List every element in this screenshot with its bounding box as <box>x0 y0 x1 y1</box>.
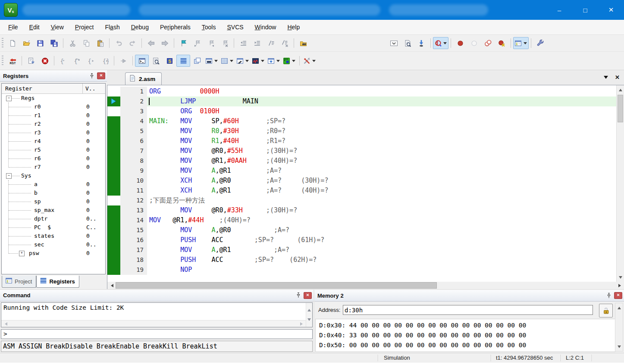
scroll-left-icon[interactable] <box>107 282 115 289</box>
save-all-button[interactable] <box>47 37 61 49</box>
close-panel-icon[interactable]: ✕ <box>614 292 622 299</box>
code-line-11[interactable]: 11 XCH A,@R1 ;A=? (40H)=? <box>107 186 616 196</box>
hscroll-thumb[interactable] <box>116 282 437 289</box>
register-row-r2[interactable]: r20 <box>2 120 105 128</box>
pin-icon[interactable] <box>295 292 302 299</box>
save-button[interactable] <box>33 37 47 49</box>
column-value[interactable]: V.. <box>83 84 105 93</box>
register-group-sys[interactable]: −Sys <box>2 171 105 180</box>
code-line-16[interactable]: 16 PUSH ACC ;SP=? (61H)=? <box>107 235 616 245</box>
register-row-sp[interactable]: sp0 <box>2 197 105 206</box>
scroll-up-icon[interactable] <box>617 85 624 93</box>
register-group-regs[interactable]: −Regs <box>2 94 105 103</box>
menu-tools[interactable]: Tools <box>196 20 222 34</box>
run-button[interactable] <box>24 55 38 67</box>
register-row-dptr[interactable]: dptr0.. <box>2 215 105 223</box>
register-row-a[interactable]: a0 <box>2 180 105 189</box>
search-folder-button[interactable] <box>296 37 310 49</box>
bookmark-prev-button[interactable] <box>190 37 204 49</box>
memory-row[interactable]: D:0x30: 44 00 00 00 00 00 00 00 00 00 00… <box>319 320 615 330</box>
serial-window-button[interactable] <box>235 55 251 67</box>
tab-registers[interactable]: Registers <box>36 276 79 288</box>
dropdown-caret-icon[interactable] <box>524 42 527 46</box>
close-panel-icon[interactable]: ✕ <box>97 72 105 79</box>
dropdown-caret-icon[interactable] <box>261 60 264 64</box>
bookmark-next-button[interactable] <box>204 37 218 49</box>
menu-edit[interactable]: Edit <box>24 20 45 34</box>
code-line-9[interactable]: 9 MOV A,@R1 ;A=? <box>107 166 616 176</box>
code-line-6[interactable]: 6 MOV R1,#40H ;R1=? <box>107 136 616 146</box>
code-line-13[interactable]: 13 MOV @R0,#33H ;(30H)=? <box>107 205 616 215</box>
select-target-button[interactable] <box>387 37 401 49</box>
command-input[interactable]: > <box>1 329 313 339</box>
column-register[interactable]: Register <box>2 84 83 93</box>
register-row-r3[interactable]: r30 <box>2 128 105 137</box>
bp-disable-all-button[interactable] <box>481 37 495 49</box>
register-row-r0[interactable]: r00 <box>2 103 105 111</box>
memory-vertical-scrollbar[interactable] <box>615 303 623 352</box>
bp-enable-button[interactable] <box>467 37 481 49</box>
step-out-button[interactable]: { } <box>84 55 98 67</box>
toolbar-grip[interactable] <box>2 38 3 48</box>
minimize-button[interactable]: – <box>546 0 572 20</box>
run-to-cursor-button[interactable]: {} <box>98 55 112 67</box>
scroll-down-icon[interactable] <box>615 344 623 351</box>
tab-project[interactable]: Project <box>2 276 36 288</box>
pin-icon[interactable] <box>605 292 612 299</box>
register-row-r6[interactable]: r60 <box>2 154 105 163</box>
code-line-15[interactable]: 15 MOV A,@R0 ;A=? <box>107 225 616 235</box>
call-stack-window-button[interactable] <box>190 55 204 67</box>
code-line-7[interactable]: 7 MOV @R0,#55H ;(30H)=? <box>107 146 616 156</box>
memory-row[interactable]: D:0x40: 33 00 00 00 00 00 00 00 00 00 00… <box>319 330 615 340</box>
project-window-button[interactable] <box>513 37 529 49</box>
dropdown-caret-icon[interactable] <box>245 60 249 64</box>
code-editor[interactable]: 1ORG 0000H2 LJMP MAIN3 ORG 0100H4MAIN: M… <box>107 85 616 282</box>
configure-wrench-button[interactable] <box>533 37 547 49</box>
code-line-17[interactable]: 17 MOV A,@R1 ;A=? <box>107 245 616 255</box>
lock-button[interactable] <box>599 304 613 317</box>
register-row-r4[interactable]: r40 <box>2 137 105 146</box>
command-window-button[interactable] <box>135 55 149 67</box>
register-row-states[interactable]: states0 <box>2 232 105 240</box>
scroll-left-icon[interactable] <box>1 320 9 327</box>
copy-button[interactable] <box>79 37 93 49</box>
register-row-b[interactable]: b0 <box>2 189 105 197</box>
memory-row[interactable]: D:0x50: 00 00 00 00 00 00 00 00 00 00 00… <box>319 340 615 350</box>
dropdown-caret-icon[interactable] <box>443 42 447 46</box>
pin-icon[interactable] <box>88 72 95 79</box>
unindent-button[interactable] <box>236 37 250 49</box>
paste-button[interactable] <box>93 37 107 49</box>
code-line-12[interactable]: 12;下面是另一种方法 <box>107 196 616 205</box>
close-button[interactable]: ✕ <box>598 0 624 20</box>
command-vertical-scrollbar[interactable] <box>306 303 312 327</box>
scroll-up-icon[interactable] <box>615 303 623 311</box>
code-line-18[interactable]: 18 PUSH ACC ;SP=? (62H)=? <box>107 255 616 265</box>
analysis-window-button[interactable] <box>251 55 266 67</box>
menu-project[interactable]: Project <box>69 20 100 34</box>
code-line-10[interactable]: 10 XCH A,@R0 ;A=? (30H)=? <box>107 176 616 186</box>
command-horizontal-scrollbar[interactable] <box>1 320 306 327</box>
register-row-r7[interactable]: r70 <box>2 163 105 171</box>
new-file-button[interactable] <box>6 37 19 49</box>
scroll-down-icon[interactable] <box>617 274 624 282</box>
menu-file[interactable]: File <box>3 20 24 34</box>
menu-peripherals[interactable]: Peripherals <box>154 20 196 34</box>
close-panel-icon[interactable]: ✕ <box>304 292 312 299</box>
scroll-right-icon[interactable] <box>298 320 306 327</box>
tab-2asm[interactable]: 2.asm <box>125 72 162 85</box>
cut-button[interactable] <box>66 37 79 49</box>
trace-window-button[interactable] <box>266 55 282 67</box>
indent-button[interactable] <box>250 37 264 49</box>
nav-back-button[interactable] <box>144 37 158 49</box>
window-list-caret-icon[interactable] <box>604 76 608 81</box>
menu-view[interactable]: View <box>45 20 69 34</box>
step-into-button[interactable]: { } <box>56 55 70 67</box>
code-line-4[interactable]: 4MAIN: MOV SP,#60H ;SP=? <box>107 116 616 126</box>
open-folder-button[interactable] <box>19 37 33 49</box>
menu-help[interactable]: Help <box>282 20 305 34</box>
redo-button[interactable] <box>125 37 139 49</box>
toolbar-grip[interactable] <box>2 56 3 66</box>
maximize-button[interactable]: □ <box>572 0 598 20</box>
undo-button[interactable] <box>112 37 125 49</box>
code-line-2[interactable]: 2 LJMP MAIN <box>107 96 616 106</box>
